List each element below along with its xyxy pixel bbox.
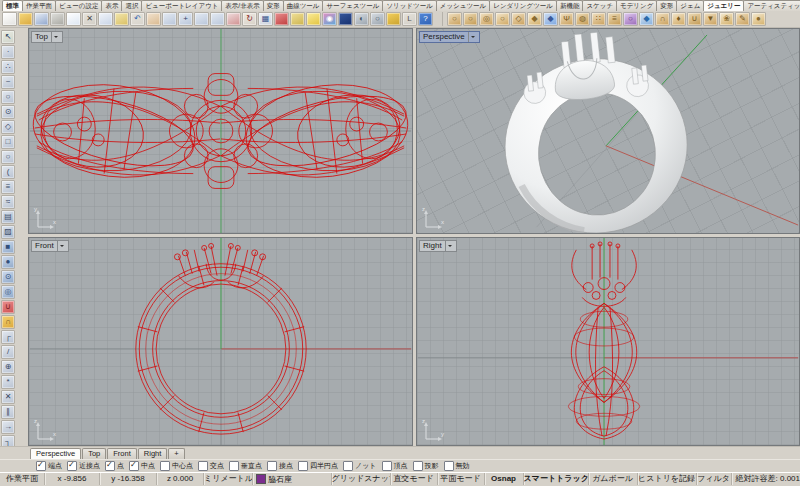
vp-tab-perspective[interactable]: Perspective (30, 448, 81, 459)
rotate-view-icon[interactable]: ↻ (242, 12, 257, 26)
tab-transform[interactable]: 変形 (263, 0, 284, 11)
link-icon[interactable]: L (402, 12, 417, 26)
checkbox-icon[interactable] (382, 461, 392, 471)
print-icon[interactable] (50, 12, 65, 26)
osnap-point[interactable]: 点 (105, 461, 124, 471)
zoom-dynamic-icon[interactable] (162, 12, 177, 26)
view-rotate-icon[interactable]: ⊙ (1, 105, 15, 119)
render-globe-icon[interactable] (338, 12, 353, 26)
checkbox-icon[interactable] (444, 461, 454, 471)
viewport-menu-arrow-icon[interactable] (468, 32, 478, 42)
lamp-icon[interactable] (306, 12, 321, 26)
viewport-menu-arrow-icon[interactable] (445, 241, 455, 251)
checkbox-icon[interactable] (36, 461, 46, 471)
profile-icon[interactable]: ∩ (655, 12, 670, 26)
shank-icon[interactable]: ∪ (687, 12, 702, 26)
tab-select[interactable]: 選択 (121, 0, 142, 11)
vp-tab-top[interactable]: Top (82, 448, 106, 459)
tab-curve-tools[interactable]: 曲線ツール (283, 0, 324, 11)
delete-icon[interactable]: ✕ (82, 12, 97, 26)
tab-sketch[interactable]: スケッチ (582, 0, 617, 11)
copy-page-icon[interactable] (66, 12, 81, 26)
tab-mesh-tools[interactable]: メッシュツール (436, 0, 490, 11)
select-arrow-icon[interactable]: ↖ (1, 30, 15, 44)
osnap-intersection[interactable]: 交点 (198, 461, 224, 471)
vp-tab-new[interactable]: + (168, 448, 184, 459)
checkbox-icon[interactable] (298, 461, 308, 471)
checkbox-icon[interactable] (267, 461, 277, 471)
rectangle-icon[interactable]: □ (1, 135, 15, 149)
zoom-selected-icon[interactable] (226, 12, 241, 26)
copy-icon[interactable] (98, 12, 113, 26)
smarttrack-toggle[interactable]: スマートトラック (524, 473, 589, 485)
zoom-in-icon[interactable]: + (178, 12, 193, 26)
box-icon[interactable]: ■ (1, 240, 15, 254)
tab-artistic[interactable]: アーティスティック (743, 0, 800, 11)
osnap-end[interactable]: 端点 (36, 461, 62, 471)
halo-ring-icon[interactable]: ◎ (479, 12, 494, 26)
osnap-mid[interactable]: 中点 (129, 461, 155, 471)
texture-icon[interactable]: ❀ (719, 12, 734, 26)
viewport-menu-arrow-icon[interactable] (57, 241, 67, 251)
tab-standard[interactable]: 標準 (2, 0, 23, 11)
new-file-icon[interactable] (2, 12, 17, 26)
tab-viewport-layout[interactable]: ビューポートレイアウト (141, 0, 222, 11)
viewport-menu-arrow-icon[interactable] (51, 32, 61, 42)
tab-display[interactable]: 表示 (101, 0, 122, 11)
history-toggle[interactable]: ヒストリを記録 (638, 473, 697, 485)
tab-jewelry[interactable]: ジュエリー (703, 0, 744, 11)
viewport-front-title[interactable]: Front (31, 240, 69, 252)
surface-plane-icon[interactable]: ▤ (1, 210, 15, 224)
loft-icon[interactable]: ▨ (1, 225, 15, 239)
ring-wizard-icon[interactable]: ○ (447, 12, 462, 26)
osnap-project[interactable]: 投影 (413, 461, 439, 471)
gears-icon[interactable] (386, 12, 401, 26)
planar-toggle[interactable]: 平面モード (438, 473, 485, 485)
display-gold-icon[interactable]: ● (751, 12, 766, 26)
cplane-button[interactable]: 作業平面 (0, 473, 45, 485)
ghosted-view-icon[interactable]: ○ (370, 12, 385, 26)
viewport-right-title[interactable]: Right (419, 240, 457, 252)
layer-grid-icon[interactable]: ▦ (258, 12, 273, 26)
boolean-union-icon[interactable]: ∪ (1, 300, 15, 314)
split-icon[interactable]: ∥ (1, 405, 15, 419)
solitaire-icon[interactable]: ○ (495, 12, 510, 26)
fillet-edge-icon[interactable]: ┌ (1, 330, 15, 344)
help-icon[interactable]: ? (418, 12, 433, 26)
rosary-icon[interactable]: ○ (623, 12, 638, 26)
checkbox-icon[interactable] (198, 461, 208, 471)
viewport-perspective-title[interactable]: Perspective (419, 31, 480, 43)
tab-cplane[interactable]: 作業平面 (22, 0, 56, 11)
color-wheel-icon[interactable]: ◉ (322, 12, 337, 26)
offset-icon[interactable]: ≡ (1, 180, 15, 194)
channel-icon[interactable]: ≡ (607, 12, 622, 26)
curve-points-icon[interactable]: ∴ (1, 60, 15, 74)
single-point-icon[interactable]: · (1, 45, 15, 59)
circle-center-icon[interactable]: ○ (1, 90, 15, 104)
hide-object-icon[interactable] (274, 12, 289, 26)
save-icon[interactable] (34, 12, 49, 26)
pan-hand-icon[interactable] (146, 12, 161, 26)
osnap-vertex[interactable]: 頂点 (382, 461, 408, 471)
sphere-icon[interactable]: ● (1, 255, 15, 269)
shaded-view-icon[interactable]: ◐ (354, 12, 369, 26)
osnap-center[interactable]: 中心点 (160, 461, 193, 471)
filter-toggle[interactable]: フィルタ (697, 473, 732, 485)
cylinder-icon[interactable]: ⊙ (1, 270, 15, 284)
tab-view-settings[interactable]: ビューの設定 (55, 0, 102, 11)
paste-icon[interactable] (114, 12, 129, 26)
band-ring-icon[interactable]: ○ (463, 12, 478, 26)
blend-curve-icon[interactable]: ≈ (1, 195, 15, 209)
ring-rail-icon[interactable]: ◇ (511, 12, 526, 26)
pave-icon[interactable]: ∷ (591, 12, 606, 26)
osnap-near[interactable]: 近接点 (67, 461, 100, 471)
tab-solid-tools[interactable]: ソリッドツール (382, 0, 436, 11)
grid-snap-toggle[interactable]: グリッドスナップ (332, 473, 391, 485)
ellipse-icon[interactable]: ○ (1, 150, 15, 164)
checkbox-icon[interactable] (105, 461, 115, 471)
viewport-top[interactable]: Top (28, 28, 413, 234)
engraver-icon[interactable]: ✎ (735, 12, 750, 26)
tab-modeling[interactable]: モデリング (616, 0, 657, 11)
osnap-tangent[interactable]: 接点 (267, 461, 293, 471)
gem-studio-icon[interactable]: ◆ (527, 12, 542, 26)
